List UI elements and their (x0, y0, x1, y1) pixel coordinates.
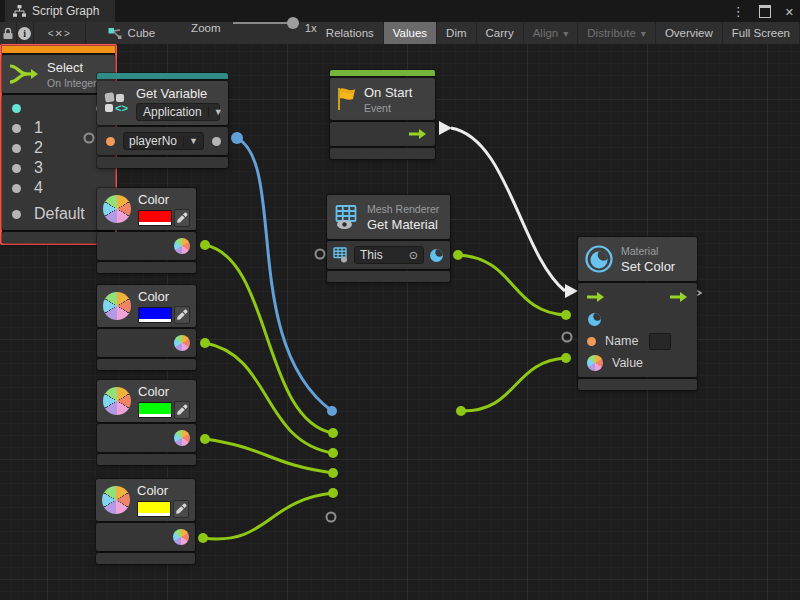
close-icon[interactable] (785, 2, 794, 20)
variable-name-value: playerNo (129, 134, 177, 148)
wire-arrowhead (565, 284, 578, 298)
port-color-output[interactable] (173, 529, 189, 545)
node-color-red[interactable]: Color (97, 188, 196, 273)
port-name-input[interactable] (587, 337, 596, 346)
port-variable-output[interactable] (212, 137, 221, 146)
chevron-down-icon: ▼ (208, 107, 223, 117)
material-icon (584, 244, 614, 274)
wire-cap (327, 406, 337, 416)
flow-row (578, 286, 697, 308)
wire-value-blue[interactable] (205, 343, 333, 453)
node-get-material[interactable]: Mesh Renderer Get Material This ⊙ (327, 195, 450, 282)
toolbar-button-carry[interactable]: Carry (477, 22, 524, 44)
node-title: Color (138, 384, 190, 399)
wire-value-green[interactable] (205, 439, 333, 473)
node-title: Set Color (621, 259, 675, 274)
node-supertitle: Mesh Renderer (367, 203, 439, 215)
code-brackets-icon (48, 27, 71, 39)
node-footer (96, 553, 195, 564)
color-wheel-icon (103, 195, 131, 223)
port-flow-output[interactable] (670, 291, 688, 303)
name-field[interactable] (649, 333, 671, 350)
node-title: On Start (364, 85, 412, 100)
eyedropper-icon[interactable] (174, 306, 190, 324)
material-input-row (578, 308, 697, 330)
color-wheel-icon (102, 486, 130, 514)
lock-icon (2, 27, 14, 40)
color-swatch[interactable] (138, 307, 172, 323)
node-title: Color (137, 483, 189, 498)
node-on-start[interactable]: On Start Event (330, 70, 435, 159)
toolbar-button-dim[interactable]: Dim (437, 22, 476, 44)
toolbar-button-fullscreen[interactable]: Full Screen (723, 22, 800, 44)
port-color-output[interactable] (174, 238, 190, 254)
node-supertitle: Material (621, 245, 675, 257)
port-variable-name-input[interactable] (106, 137, 115, 146)
toolbar-button-distribute[interactable]: Distribute (578, 22, 656, 44)
connections-toggle-button[interactable] (34, 22, 86, 44)
node-footer (578, 379, 697, 390)
wire-int-playerno[interactable] (237, 138, 332, 411)
node-footer (97, 454, 196, 465)
chevron-down-icon: ▼ (183, 136, 198, 146)
target-picker-icon[interactable]: ⊙ (409, 249, 418, 262)
node-title: Get Variable (136, 86, 220, 101)
color-swatch[interactable] (137, 501, 171, 517)
name-input-row: Name (578, 330, 697, 352)
color-wheel-icon (103, 292, 131, 320)
target-field[interactable]: This ⊙ (354, 246, 424, 264)
tab-script-graph[interactable]: Script Graph (5, 0, 115, 22)
node-color-green[interactable]: Color (97, 380, 196, 465)
zoom-label: Zoom (191, 22, 220, 44)
node-get-variable[interactable]: <> Get Variable Application ▼ playerNo ▼ (97, 73, 228, 168)
graph-canvas[interactable]: <> Get Variable Application ▼ playerNo ▼ (0, 44, 800, 600)
graph-tree-icon (13, 5, 26, 17)
wire-value-material[interactable] (458, 255, 566, 315)
breadcrumb-label: Cube (128, 27, 156, 39)
lock-button[interactable] (0, 22, 17, 44)
wire-value-yellow[interactable] (203, 493, 333, 539)
breadcrumb[interactable]: Cube (108, 22, 156, 44)
wire-value-select-out[interactable] (461, 358, 566, 411)
color-swatch[interactable] (138, 402, 172, 418)
variable-name-dropdown[interactable]: playerNo ▼ (123, 132, 204, 150)
eyedropper-icon[interactable] (173, 500, 189, 518)
node-header-bar (97, 73, 228, 79)
zoom-slider[interactable] (233, 22, 295, 24)
port-color-output[interactable] (174, 430, 190, 446)
node-footer (327, 271, 450, 282)
port-flow-input[interactable] (587, 291, 605, 303)
mesh-renderer-icon (333, 204, 360, 231)
zoom-slider-handle[interactable] (287, 17, 299, 29)
port-material-input[interactable] (587, 312, 602, 327)
color-swatch[interactable] (138, 210, 172, 226)
tab-title: Script Graph (32, 4, 99, 18)
node-header-bar (330, 70, 435, 76)
graph-breadcrumb-icon (108, 27, 122, 40)
info-button[interactable]: i (17, 22, 34, 44)
port-value-input[interactable] (587, 355, 603, 371)
toolbar-button-values[interactable]: Values (384, 22, 437, 44)
node-footer (97, 262, 196, 273)
node-color-blue[interactable]: Color (97, 285, 196, 370)
port-flow-output[interactable] (409, 128, 427, 140)
target-value: This (360, 248, 403, 262)
wire-flow-onstart[interactable] (451, 128, 565, 291)
node-set-color[interactable]: Material Set Color Name (578, 237, 697, 390)
zoom-value: 1x (305, 22, 317, 44)
port-material-output[interactable] (429, 248, 444, 263)
kebab-menu-icon[interactable] (732, 2, 745, 20)
variable-scope-dropdown[interactable]: Application ▼ (136, 103, 220, 121)
eyedropper-icon[interactable] (174, 401, 190, 419)
graph-toolbar: i Cube Zoom 1x Relations Values Dim Carr… (0, 22, 800, 45)
node-color-yellow[interactable]: Color (96, 479, 195, 564)
toolbar-button-align[interactable]: Align (524, 22, 579, 44)
toolbar-button-relations[interactable]: Relations (317, 22, 384, 44)
variable-scope-value: Application (143, 105, 202, 119)
eyedropper-icon[interactable] (174, 209, 190, 227)
toolbar-button-overview[interactable]: Overview (656, 22, 723, 44)
port-label: Value (612, 356, 643, 370)
info-icon: i (18, 27, 31, 40)
port-color-output[interactable] (174, 335, 190, 351)
maximize-icon[interactable] (759, 5, 771, 18)
